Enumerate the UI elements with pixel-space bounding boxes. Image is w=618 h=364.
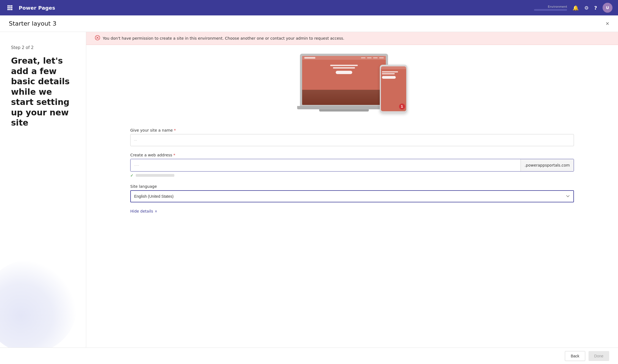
environment-name	[534, 9, 567, 11]
step-indicator: Step 2 of 2	[11, 45, 75, 50]
web-address-field-group: Create a web address* .powerappsportals.…	[130, 153, 574, 178]
site-language-field-group: Site language English (United States) Fr…	[130, 184, 574, 202]
site-name-label: Give your site a name*	[130, 128, 574, 132]
web-address-check-value	[136, 174, 174, 177]
template-preview: 1	[297, 54, 407, 117]
svg-rect-0	[7, 5, 9, 7]
svg-rect-1	[9, 5, 11, 7]
site-name-field-group: Give your site a name*	[130, 128, 574, 146]
footer: Back Done	[0, 347, 618, 364]
window-title: Starter layout 3	[9, 20, 56, 27]
hide-details-link[interactable]: Hide details ∧	[130, 209, 574, 213]
avatar[interactable]: U	[603, 3, 612, 13]
app-title: Power Pages	[19, 5, 55, 11]
svg-rect-8	[11, 9, 12, 10]
phone-preview: 1	[380, 65, 407, 113]
site-language-select[interactable]: English (United States) French (France) …	[130, 190, 574, 202]
web-address-check: ✓	[130, 173, 574, 178]
environment-label: Environment	[548, 5, 567, 9]
web-address-suffix: .powerappsportals.com	[521, 159, 574, 171]
chevron-up-icon: ∧	[155, 209, 157, 213]
settings-icon[interactable]: ⚙	[584, 5, 589, 11]
site-name-input[interactable]	[130, 134, 574, 146]
help-icon[interactable]: ?	[594, 5, 597, 11]
content-area: You don't have permission to create a si…	[86, 32, 618, 347]
svg-rect-2	[11, 5, 12, 7]
form-content: 1 Give your site a name* Create a web ad…	[86, 45, 618, 347]
back-button[interactable]: Back	[565, 351, 585, 361]
site-language-label: Site language	[130, 184, 574, 189]
done-button[interactable]: Done	[589, 351, 609, 361]
language-select-wrapper: English (United States) French (France) …	[130, 190, 574, 202]
svg-rect-7	[9, 9, 11, 10]
sidebar: Step 2 of 2 Great, let's add a few basic…	[0, 32, 86, 347]
svg-rect-4	[9, 7, 11, 9]
main-layout: Step 2 of 2 Great, let's add a few basic…	[0, 32, 618, 347]
web-address-input[interactable]	[131, 159, 521, 171]
topbar-right: Environment 🔔 ⚙ ? U	[534, 3, 612, 13]
svg-rect-6	[7, 9, 9, 10]
close-button[interactable]: ×	[606, 21, 609, 27]
error-banner: You don't have permission to create a si…	[86, 32, 618, 45]
waffle-menu-button[interactable]	[6, 3, 14, 12]
environment-selector[interactable]: Environment	[534, 5, 567, 11]
web-address-label: Create a web address*	[130, 153, 574, 157]
window-titlebar: Starter layout 3 ×	[0, 15, 618, 32]
error-message: You don't have permission to create a si…	[103, 36, 344, 40]
laptop-preview	[297, 54, 391, 114]
svg-rect-3	[7, 7, 9, 9]
phone-badge: 1	[399, 104, 405, 110]
web-address-row: .powerappsportals.com	[130, 159, 574, 172]
topbar: Power Pages Environment 🔔 ⚙ ? U	[0, 0, 618, 15]
notification-icon[interactable]: 🔔	[573, 5, 579, 11]
preview-container: 1	[130, 54, 574, 117]
svg-rect-5	[11, 7, 12, 9]
sidebar-decoration	[0, 259, 77, 347]
sidebar-heading: Great, let's add a few basic details whi…	[11, 56, 75, 128]
check-icon: ✓	[130, 173, 134, 178]
error-icon	[95, 35, 100, 41]
